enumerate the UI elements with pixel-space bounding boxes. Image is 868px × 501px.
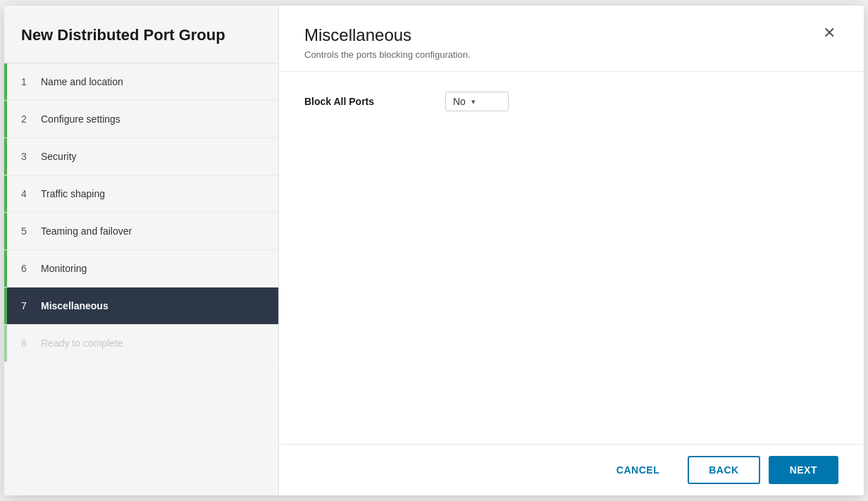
content-body: Block All Ports No ▾ [279,72,864,444]
block-all-ports-label: Block All Ports [304,96,445,107]
step-label-3: Security [41,151,77,162]
next-button[interactable]: NEXT [769,456,838,484]
step-number-3: 3 [21,151,32,162]
step-number-5: 5 [21,225,32,237]
step-label-8: Ready to complete [41,338,123,349]
step-label-2: Configure settings [41,113,120,125]
close-button[interactable]: ✕ [820,25,838,41]
block-all-ports-value: No [453,96,466,107]
step-label-7: Miscellaneous [41,300,108,311]
step-number-7: 7 [21,300,32,311]
content-title: Miscellaneous [304,25,471,45]
steps-list: 1 Name and location 2 Configure settings… [4,63,278,495]
sidebar-item-ready-to-complete: 8 Ready to complete [4,325,278,362]
sidebar-item-security[interactable]: 3 Security [4,138,278,175]
step-number-4: 4 [21,188,32,199]
chevron-down-icon: ▾ [471,97,476,106]
content-panel: Miscellaneous Controls the ports blockin… [279,6,864,495]
sidebar-item-traffic-shaping[interactable]: 4 Traffic shaping [4,175,278,213]
block-all-ports-row: Block All Ports No ▾ [304,92,838,111]
dialog-title: New Distributed Port Group [4,6,278,63]
sidebar-item-teaming-and-failover[interactable]: 5 Teaming and failover [4,213,278,250]
content-subtitle: Controls the ports blocking configuratio… [304,49,471,60]
dialog: New Distributed Port Group 1 Name and lo… [4,6,864,495]
content-title-section: Miscellaneous Controls the ports blockin… [304,25,471,60]
step-label-4: Traffic shaping [41,188,105,199]
content-header: Miscellaneous Controls the ports blockin… [279,6,864,72]
step-label-1: Name and location [41,76,123,87]
step-number-2: 2 [21,113,32,125]
step-label-5: Teaming and failover [41,225,132,237]
step-number-1: 1 [21,76,32,87]
sidebar: New Distributed Port Group 1 Name and lo… [4,6,279,495]
sidebar-item-configure-settings[interactable]: 2 Configure settings [4,101,278,138]
sidebar-item-monitoring[interactable]: 6 Monitoring [4,250,278,287]
back-button[interactable]: BACK [688,456,760,484]
step-label-6: Monitoring [41,263,87,274]
sidebar-item-miscellaneous[interactable]: 7 Miscellaneous [4,287,278,325]
step-number-6: 6 [21,263,32,274]
content-footer: CANCEL BACK NEXT [279,444,864,495]
step-number-8: 8 [21,338,32,349]
block-all-ports-dropdown[interactable]: No ▾ [445,92,509,111]
cancel-button[interactable]: CANCEL [597,457,679,483]
sidebar-item-name-and-location[interactable]: 1 Name and location [4,63,278,101]
